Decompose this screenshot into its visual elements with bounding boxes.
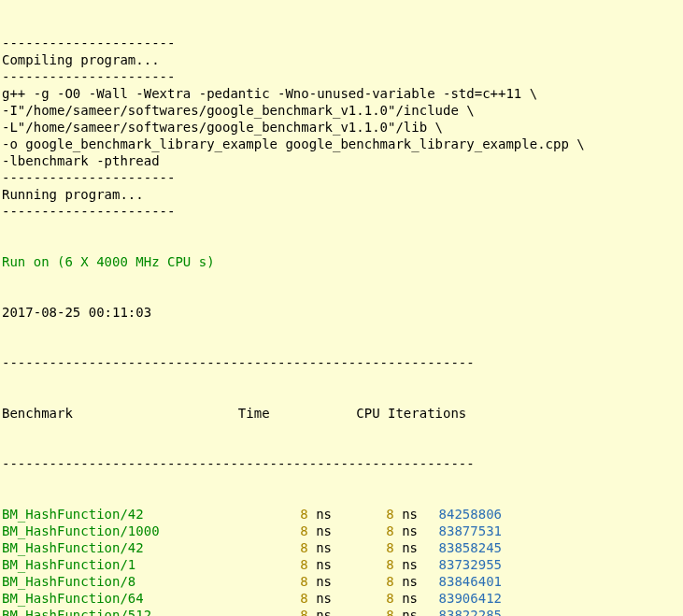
output-line: Compiling program...	[2, 51, 681, 68]
output-line: ----------------------	[2, 203, 681, 220]
benchmark-time: 8 ns	[249, 523, 332, 539]
benchmark-name: BM_HashFunction/8	[2, 573, 249, 590]
benchmark-time: 8 ns	[249, 556, 332, 573]
run-info-line: Run on (6 X 4000 MHz CPU s)	[2, 253, 681, 270]
output-line: -I"/home/sameer/softwares/google_benchma…	[2, 102, 681, 119]
benchmark-cpu: 8 ns	[332, 539, 418, 556]
benchmark-rows: BM_HashFunction/428 ns8 ns84258806BM_Has…	[2, 506, 681, 616]
benchmark-name: BM_HashFunction/42	[2, 539, 249, 556]
benchmark-name: BM_HashFunction/64	[2, 590, 249, 607]
output-line: g++ -g -O0 -Wall -Wextra -pedantic -Wno-…	[2, 85, 681, 102]
table-row: BM_HashFunction/18 ns8 ns83732955	[2, 556, 681, 573]
benchmark-cpu: 8 ns	[332, 573, 418, 590]
benchmark-iterations: 83858245	[418, 539, 502, 556]
output-line: ----------------------	[2, 169, 681, 186]
benchmark-name: BM_HashFunction/1000	[2, 523, 249, 539]
benchmark-cpu: 8 ns	[332, 590, 418, 607]
output-line: -L"/home/sameer/softwares/google_benchma…	[2, 119, 681, 136]
benchmark-name: BM_HashFunction/42	[2, 506, 249, 523]
table-row: BM_HashFunction/428 ns8 ns84258806	[2, 506, 681, 523]
compile-output-block: ----------------------Compiling program.…	[2, 35, 681, 220]
table-row: BM_HashFunction/648 ns8 ns83906412	[2, 590, 681, 607]
benchmark-time: 8 ns	[249, 539, 332, 556]
benchmark-name: BM_HashFunction/1	[2, 556, 249, 573]
table-header: Benchmark Time CPU Iterations	[2, 405, 681, 422]
terminal-window[interactable]: ----------------------Compiling program.…	[0, 0, 683, 616]
benchmark-iterations: 84258806	[418, 506, 502, 523]
benchmark-cpu: 8 ns	[332, 506, 418, 523]
benchmark-time: 8 ns	[249, 607, 332, 616]
table-row: BM_HashFunction/88 ns8 ns83846401	[2, 573, 681, 590]
table-sep-top: ----------------------------------------…	[2, 354, 681, 371]
benchmark-cpu: 8 ns	[332, 607, 418, 616]
benchmark-cpu: 8 ns	[332, 523, 418, 539]
benchmark-iterations: 83822285	[418, 607, 502, 616]
benchmark-time: 8 ns	[249, 506, 332, 523]
output-line: ----------------------	[2, 68, 681, 85]
table-row: BM_HashFunction/428 ns8 ns83858245	[2, 539, 681, 556]
output-line: ----------------------	[2, 35, 681, 51]
table-row: BM_HashFunction/5128 ns8 ns83822285	[2, 607, 681, 616]
timestamp-line: 2017-08-25 00:11:03	[2, 304, 681, 321]
benchmark-cpu: 8 ns	[332, 556, 418, 573]
table-sep-bottom: ----------------------------------------…	[2, 455, 681, 472]
benchmark-iterations: 83846401	[418, 573, 502, 590]
output-line: Running program...	[2, 186, 681, 203]
output-line: -o google_benchmark_library_example goog…	[2, 136, 681, 152]
benchmark-iterations: 83906412	[418, 590, 502, 607]
benchmark-iterations: 83877531	[418, 523, 502, 539]
benchmark-name: BM_HashFunction/512	[2, 607, 249, 616]
benchmark-iterations: 83732955	[418, 556, 502, 573]
table-row: BM_HashFunction/10008 ns8 ns83877531	[2, 523, 681, 539]
benchmark-time: 8 ns	[249, 573, 332, 590]
benchmark-time: 8 ns	[249, 590, 332, 607]
output-line: -lbenchmark -pthread	[2, 152, 681, 169]
